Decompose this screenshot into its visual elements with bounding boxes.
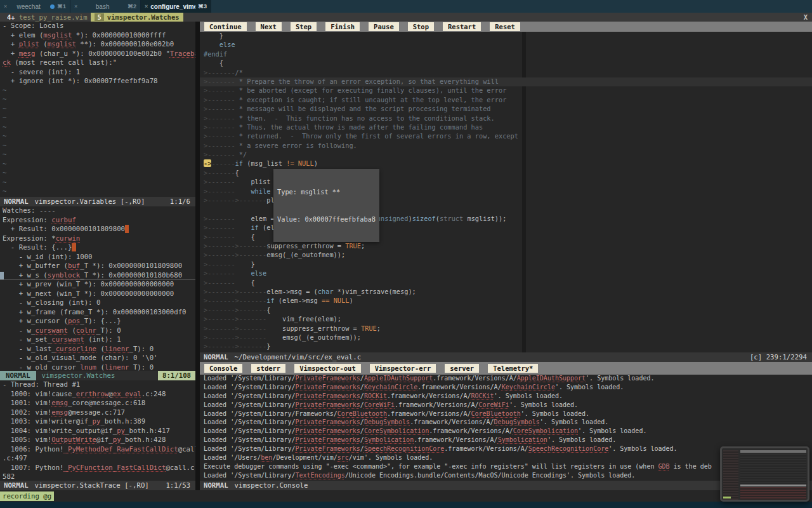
terminal-tab-bash[interactable]: ×bash⌘2 bbox=[70, 0, 141, 13]
tree-row[interactable]: ~ bbox=[0, 169, 195, 178]
tree-row[interactable]: + w_frame (frame_T *): 0x0000000103000df… bbox=[0, 308, 195, 318]
tree-row[interactable]: 582 bbox=[0, 472, 195, 481]
tree-row[interactable]: Expression: *curwin bbox=[0, 234, 195, 244]
terminal-tab-configure-vimenv-[interactable]: ×configure_vimenv + (...⌘3 bbox=[141, 0, 211, 13]
console-tab-console[interactable]: Console bbox=[204, 364, 242, 373]
variables-statusline: NORMAL vimspector.Variables [-,RO] 1:1/6 bbox=[0, 197, 195, 206]
debug-next-button[interactable]: Next bbox=[256, 22, 282, 31]
tree-row[interactable]: ~ bbox=[0, 132, 195, 142]
terminal-tab-bar: ×weechat⌘1×bash⌘2×configure_vimenv + (..… bbox=[0, 0, 812, 13]
tree-row[interactable]: + elem (msglist *): 0x000000010000ffff bbox=[0, 31, 195, 41]
tree-row[interactable]: - w_curswant (colnr_T): 0 bbox=[0, 326, 195, 336]
debug-step-button[interactable]: Step bbox=[291, 22, 317, 31]
tree-row[interactable]: + plist (msglist **): 0x0000000100e002b0 bbox=[0, 40, 195, 50]
code-window[interactable]: } else#endif {>-------/*>------- * Prepa… bbox=[200, 32, 812, 352]
tree-row[interactable]: ~ bbox=[0, 114, 195, 123]
file-path: ~/Development/vim/src/ex_eval.c bbox=[235, 353, 361, 361]
tree-row[interactable]: + ignore (int *): 0x00007ffeefbf9a78 bbox=[0, 77, 195, 86]
tree-row[interactable]: + Result: 0x0000000101809800 bbox=[0, 225, 195, 234]
preview-toolbar-thumbnail bbox=[740, 450, 806, 453]
stacktrace-window[interactable]: - Thread: Thread #1 1000: vim!cause_errt… bbox=[0, 380, 195, 481]
close-tab-icon[interactable]: × bbox=[145, 3, 148, 10]
text-line: >------- * Thus, the actual throw is mad… bbox=[200, 123, 812, 132]
variables-window[interactable]: - Scope: Locals + elem (msglist *): 0x00… bbox=[0, 22, 195, 197]
debug-reset-button[interactable]: Reset bbox=[490, 22, 520, 31]
debug-pause-button[interactable]: Pause bbox=[369, 22, 399, 31]
screen-preview-window[interactable] bbox=[720, 446, 809, 502]
tree-row[interactable]: 1000: vim!cause_errthrow@ex_eval.c:248 bbox=[0, 390, 195, 399]
tree-row[interactable]: - w_set_curswant (int): 1 bbox=[0, 335, 195, 345]
tree-row[interactable]: - w_old_cursor_lnum (linenr_T): 0 bbox=[0, 363, 195, 371]
tree-row[interactable]: ~ bbox=[0, 160, 195, 170]
tree-row[interactable]: 1004: vim!write_output@if_py_both.h:417 bbox=[0, 427, 195, 436]
variable-hover-tooltip: Type: msglist ** Value: 0x00007ffeefbfab… bbox=[273, 169, 379, 242]
text-line: >------->------- emsg(_(e_outofmem)); bbox=[200, 333, 812, 342]
tree-row[interactable]: + w_buffer (buf_T *): 0x0000000101809800 bbox=[0, 262, 195, 271]
tree-row[interactable]: 1006: Python!_PyMethodDef_RawFastCallDic… bbox=[0, 445, 195, 455]
tree-row[interactable]: 1007: Python!_PyCFunction_FastCallDict@c… bbox=[0, 464, 195, 473]
tree-row[interactable]: + w_prev (win_T *): 0x0000000000000000 bbox=[0, 280, 195, 290]
tree-row[interactable]: - Result: {...} bbox=[0, 243, 195, 253]
close-tab-icon[interactable]: × bbox=[74, 3, 77, 10]
preview-statusline-thumbnail bbox=[740, 485, 806, 486]
tree-row[interactable]: ~ bbox=[0, 105, 195, 114]
console-tab-vimspector-err[interactable]: Vimspector-err bbox=[370, 364, 436, 373]
tree-row[interactable]: ~ bbox=[0, 142, 195, 151]
program-counter-sign-icon: -> bbox=[204, 159, 211, 167]
tree-row[interactable]: ~ bbox=[0, 187, 195, 197]
console-tab-server[interactable]: server bbox=[445, 364, 479, 373]
tree-row[interactable]: 1002: vim!emsg@message.c:717 bbox=[0, 408, 195, 418]
tree-row[interactable]: - w_old_visual_mode (char): 0 '\0' bbox=[0, 354, 195, 363]
tree-row[interactable]: + w_next (win_T *): 0x0000000000000000 bbox=[0, 290, 195, 299]
window-separator[interactable] bbox=[195, 22, 200, 490]
debug-finish-button[interactable]: Finish bbox=[325, 22, 360, 31]
tree-row[interactable]: ~ bbox=[0, 123, 195, 133]
tree-row[interactable]: - Scope: Locals bbox=[0, 22, 195, 31]
console-tab-stderr[interactable]: stderr bbox=[251, 364, 285, 373]
terminal-tab-weechat[interactable]: ×weechat⌘1 bbox=[0, 0, 70, 13]
debug-stop-button[interactable]: Stop bbox=[408, 22, 434, 31]
console-tab-vimspector-out[interactable]: Vimspector-out bbox=[294, 364, 361, 373]
text-line: Loaded '/System/Library/PrivateFramework… bbox=[200, 418, 812, 427]
preview-recording-thumbnail bbox=[723, 497, 731, 498]
tree-row[interactable]: ~ bbox=[0, 150, 195, 160]
tab-number: 5 bbox=[95, 13, 103, 21]
tree-row[interactable]: 1001: vim!emsg_core@message.c:618 bbox=[0, 399, 195, 408]
tree-row[interactable]: - w_closing (int): 0 bbox=[0, 298, 195, 308]
tree-row[interactable]: - w_id (int): 1000 bbox=[0, 253, 195, 262]
text-line: >------->-------{ bbox=[200, 306, 812, 315]
tree-row[interactable]: .c:497 bbox=[0, 454, 195, 464]
tree-row[interactable]: + mesg (char_u *): 0x0000000100e002b0 "T… bbox=[0, 50, 195, 59]
tree-row[interactable]: ck (most recent call last):" bbox=[0, 58, 195, 68]
tree-row[interactable]: Expression: curbuf bbox=[0, 216, 195, 225]
tree-row[interactable]: + w_cursor (pos_T): {...} bbox=[0, 317, 195, 326]
tree-row[interactable]: ~ bbox=[0, 95, 195, 105]
mode-indicator: NORMAL bbox=[4, 481, 29, 490]
tab-test-py-raise[interactable]: 4+ test_py_raise.vim bbox=[3, 13, 91, 22]
tab-close-icon[interactable]: X bbox=[804, 13, 808, 21]
text-line: >------- * be aborted (except for execut… bbox=[200, 86, 812, 95]
tab-vimspector-watches[interactable]: 5 vimspector.Watches bbox=[91, 13, 183, 22]
tree-row[interactable]: 1005: vim!OutputWrite@if_py_both.h:428 bbox=[0, 436, 195, 445]
text-line: ->------if (msg_list != NULL) bbox=[200, 159, 812, 168]
text-line: >------- * exception is caught; if still… bbox=[200, 96, 812, 105]
tree-row[interactable]: 1003: vim!writer@if_py_both.h:389 bbox=[0, 417, 195, 427]
mode-indicator: NORMAL bbox=[204, 481, 228, 490]
cursor-position: 8:1/108 bbox=[158, 371, 195, 380]
watches-window[interactable]: Watches: ----Expression: curbuf + Result… bbox=[0, 206, 195, 371]
text-line: Loaded '/System/Library/PrivateFramework… bbox=[200, 401, 812, 410]
close-tab-icon[interactable]: × bbox=[4, 3, 7, 10]
tree-row[interactable]: - Thread: Thread #1 bbox=[0, 380, 195, 390]
tree-row[interactable]: - w_last_cursorline (linenr_T): 0 bbox=[0, 345, 195, 354]
tab-shortcut: ⌘1 bbox=[57, 3, 66, 10]
debug-continue-button[interactable]: Continue bbox=[204, 22, 247, 31]
tree-row[interactable]: ~ bbox=[0, 178, 195, 188]
tree-row[interactable]: - severe (int): 1 bbox=[0, 68, 195, 77]
debug-restart-button[interactable]: Restart bbox=[443, 22, 481, 31]
console-tab-telemetry-[interactable]: Telemetry* bbox=[488, 364, 538, 373]
text-line: { bbox=[200, 59, 812, 68]
preview-sidebar-thumbnail bbox=[723, 450, 738, 500]
tree-row[interactable]: + w_s (synblock_T *): 0x000000010180b680 bbox=[0, 271, 195, 281]
tree-row[interactable]: ~ bbox=[0, 86, 195, 96]
tree-row[interactable]: Watches: ---- bbox=[0, 206, 195, 216]
